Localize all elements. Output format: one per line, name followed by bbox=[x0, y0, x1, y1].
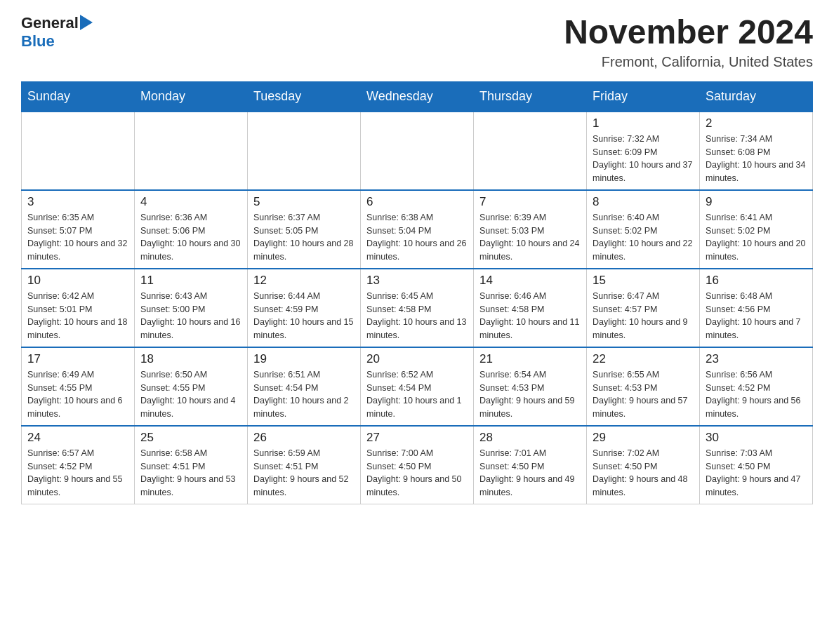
day-number: 2 bbox=[706, 116, 807, 130]
weekday-header-thursday: Thursday bbox=[474, 81, 587, 112]
day-number: 23 bbox=[706, 352, 807, 366]
day-number: 21 bbox=[479, 352, 581, 366]
day-number: 17 bbox=[27, 352, 128, 366]
day-info: Sunrise: 6:37 AMSunset: 5:05 PMDaylight:… bbox=[253, 211, 355, 264]
day-number: 10 bbox=[27, 274, 128, 288]
calendar-cell: 3Sunrise: 6:35 AMSunset: 5:07 PMDaylight… bbox=[22, 190, 135, 269]
day-number: 11 bbox=[140, 274, 241, 288]
calendar-cell: 30Sunrise: 7:03 AMSunset: 4:50 PMDayligh… bbox=[700, 426, 813, 504]
day-number: 20 bbox=[366, 352, 468, 366]
day-number: 25 bbox=[140, 431, 241, 445]
day-info: Sunrise: 6:59 AMSunset: 4:51 PMDaylight:… bbox=[253, 447, 355, 499]
week-row-4: 17Sunrise: 6:49 AMSunset: 4:55 PMDayligh… bbox=[22, 347, 813, 426]
day-info: Sunrise: 6:40 AMSunset: 5:02 PMDaylight:… bbox=[593, 211, 694, 264]
day-info: Sunrise: 6:54 AMSunset: 4:53 PMDaylight:… bbox=[479, 368, 581, 421]
day-info: Sunrise: 6:55 AMSunset: 4:53 PMDaylight:… bbox=[593, 368, 694, 421]
weekday-header-wednesday: Wednesday bbox=[361, 81, 474, 112]
calendar-cell bbox=[248, 112, 361, 190]
day-info: Sunrise: 6:50 AMSunset: 4:55 PMDaylight:… bbox=[140, 368, 241, 421]
week-row-3: 10Sunrise: 6:42 AMSunset: 5:01 PMDayligh… bbox=[22, 269, 813, 347]
day-info: Sunrise: 6:44 AMSunset: 4:59 PMDaylight:… bbox=[253, 290, 355, 342]
day-number: 7 bbox=[479, 195, 581, 209]
calendar-table: SundayMondayTuesdayWednesdayThursdayFrid… bbox=[21, 81, 813, 504]
day-number: 1 bbox=[593, 116, 694, 130]
calendar-subtitle: Fremont, California, United States bbox=[564, 54, 813, 70]
day-number: 6 bbox=[366, 195, 468, 209]
day-number: 14 bbox=[479, 274, 581, 288]
calendar-cell: 18Sunrise: 6:50 AMSunset: 4:55 PMDayligh… bbox=[135, 347, 248, 426]
calendar-cell: 26Sunrise: 6:59 AMSunset: 4:51 PMDayligh… bbox=[248, 426, 361, 504]
calendar-cell: 19Sunrise: 6:51 AMSunset: 4:54 PMDayligh… bbox=[248, 347, 361, 426]
day-info: Sunrise: 7:01 AMSunset: 4:50 PMDaylight:… bbox=[479, 447, 581, 499]
calendar-cell: 15Sunrise: 6:47 AMSunset: 4:57 PMDayligh… bbox=[587, 269, 700, 347]
day-number: 3 bbox=[27, 195, 128, 209]
day-number: 8 bbox=[593, 195, 694, 209]
calendar-cell: 5Sunrise: 6:37 AMSunset: 5:05 PMDaylight… bbox=[248, 190, 361, 269]
svg-marker-0 bbox=[80, 15, 93, 30]
page-header: General Blue November 2024 Fremont, Cali… bbox=[21, 14, 813, 70]
calendar-cell: 21Sunrise: 6:54 AMSunset: 4:53 PMDayligh… bbox=[474, 347, 587, 426]
day-number: 28 bbox=[479, 431, 581, 445]
day-number: 26 bbox=[253, 431, 355, 445]
calendar-cell: 27Sunrise: 7:00 AMSunset: 4:50 PMDayligh… bbox=[361, 426, 474, 504]
day-info: Sunrise: 6:47 AMSunset: 4:57 PMDaylight:… bbox=[593, 290, 694, 342]
day-number: 16 bbox=[706, 274, 807, 288]
day-number: 18 bbox=[140, 352, 241, 366]
logo-blue-text: Blue bbox=[21, 32, 55, 50]
logo-general-text: General bbox=[21, 14, 79, 32]
day-number: 13 bbox=[366, 274, 468, 288]
day-number: 30 bbox=[706, 431, 807, 445]
weekday-header-row: SundayMondayTuesdayWednesdayThursdayFrid… bbox=[22, 81, 813, 112]
calendar-cell: 9Sunrise: 6:41 AMSunset: 5:02 PMDaylight… bbox=[700, 190, 813, 269]
day-info: Sunrise: 6:51 AMSunset: 4:54 PMDaylight:… bbox=[253, 368, 355, 421]
calendar-cell: 22Sunrise: 6:55 AMSunset: 4:53 PMDayligh… bbox=[587, 347, 700, 426]
day-number: 29 bbox=[593, 431, 694, 445]
day-number: 5 bbox=[253, 195, 355, 209]
calendar-cell: 14Sunrise: 6:46 AMSunset: 4:58 PMDayligh… bbox=[474, 269, 587, 347]
calendar-title-area: November 2024 Fremont, California, Unite… bbox=[564, 14, 813, 70]
day-number: 19 bbox=[253, 352, 355, 366]
logo: General Blue bbox=[21, 14, 93, 51]
calendar-title: November 2024 bbox=[564, 14, 813, 51]
weekday-header-monday: Monday bbox=[135, 81, 248, 112]
day-info: Sunrise: 6:42 AMSunset: 5:01 PMDaylight:… bbox=[27, 290, 128, 342]
day-info: Sunrise: 7:00 AMSunset: 4:50 PMDaylight:… bbox=[366, 447, 468, 499]
week-row-1: 1Sunrise: 7:32 AMSunset: 6:09 PMDaylight… bbox=[22, 112, 813, 190]
calendar-cell: 28Sunrise: 7:01 AMSunset: 4:50 PMDayligh… bbox=[474, 426, 587, 504]
logo-arrow-icon bbox=[80, 15, 93, 30]
calendar-cell: 4Sunrise: 6:36 AMSunset: 5:06 PMDaylight… bbox=[135, 190, 248, 269]
week-row-5: 24Sunrise: 6:57 AMSunset: 4:52 PMDayligh… bbox=[22, 426, 813, 504]
day-info: Sunrise: 6:35 AMSunset: 5:07 PMDaylight:… bbox=[27, 211, 128, 264]
calendar-cell: 6Sunrise: 6:38 AMSunset: 5:04 PMDaylight… bbox=[361, 190, 474, 269]
day-number: 22 bbox=[593, 352, 694, 366]
week-row-2: 3Sunrise: 6:35 AMSunset: 5:07 PMDaylight… bbox=[22, 190, 813, 269]
day-info: Sunrise: 6:57 AMSunset: 4:52 PMDaylight:… bbox=[27, 447, 128, 499]
day-info: Sunrise: 6:56 AMSunset: 4:52 PMDaylight:… bbox=[706, 368, 807, 421]
day-info: Sunrise: 6:38 AMSunset: 5:04 PMDaylight:… bbox=[366, 211, 468, 264]
calendar-cell: 8Sunrise: 6:40 AMSunset: 5:02 PMDaylight… bbox=[587, 190, 700, 269]
day-info: Sunrise: 6:36 AMSunset: 5:06 PMDaylight:… bbox=[140, 211, 241, 264]
weekday-header-saturday: Saturday bbox=[700, 81, 813, 112]
day-info: Sunrise: 6:45 AMSunset: 4:58 PMDaylight:… bbox=[366, 290, 468, 342]
day-info: Sunrise: 6:52 AMSunset: 4:54 PMDaylight:… bbox=[366, 368, 468, 421]
day-info: Sunrise: 7:02 AMSunset: 4:50 PMDaylight:… bbox=[593, 447, 694, 499]
calendar-cell: 24Sunrise: 6:57 AMSunset: 4:52 PMDayligh… bbox=[22, 426, 135, 504]
calendar-cell: 2Sunrise: 7:34 AMSunset: 6:08 PMDaylight… bbox=[700, 112, 813, 190]
calendar-cell: 16Sunrise: 6:48 AMSunset: 4:56 PMDayligh… bbox=[700, 269, 813, 347]
day-number: 4 bbox=[140, 195, 241, 209]
day-info: Sunrise: 6:43 AMSunset: 5:00 PMDaylight:… bbox=[140, 290, 241, 342]
day-number: 12 bbox=[253, 274, 355, 288]
calendar-cell: 7Sunrise: 6:39 AMSunset: 5:03 PMDaylight… bbox=[474, 190, 587, 269]
calendar-cell bbox=[22, 112, 135, 190]
day-number: 15 bbox=[593, 274, 694, 288]
weekday-header-tuesday: Tuesday bbox=[248, 81, 361, 112]
calendar-cell: 29Sunrise: 7:02 AMSunset: 4:50 PMDayligh… bbox=[587, 426, 700, 504]
day-info: Sunrise: 6:41 AMSunset: 5:02 PMDaylight:… bbox=[706, 211, 807, 264]
weekday-header-friday: Friday bbox=[587, 81, 700, 112]
day-info: Sunrise: 6:58 AMSunset: 4:51 PMDaylight:… bbox=[140, 447, 241, 499]
calendar-cell: 10Sunrise: 6:42 AMSunset: 5:01 PMDayligh… bbox=[22, 269, 135, 347]
calendar-cell: 12Sunrise: 6:44 AMSunset: 4:59 PMDayligh… bbox=[248, 269, 361, 347]
calendar-cell: 1Sunrise: 7:32 AMSunset: 6:09 PMDaylight… bbox=[587, 112, 700, 190]
day-info: Sunrise: 7:03 AMSunset: 4:50 PMDaylight:… bbox=[706, 447, 807, 499]
calendar-cell: 13Sunrise: 6:45 AMSunset: 4:58 PMDayligh… bbox=[361, 269, 474, 347]
